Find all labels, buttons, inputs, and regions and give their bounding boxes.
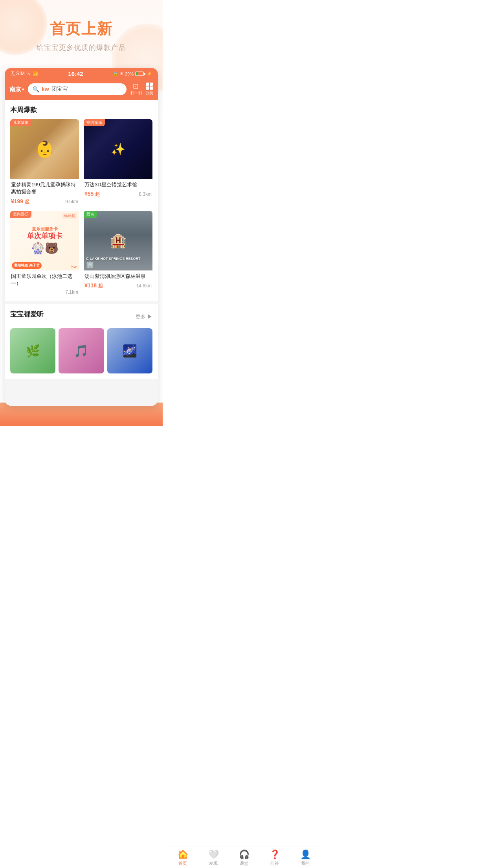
category-button[interactable]: 分类 <box>145 83 153 96</box>
product-card-hotspring[interactable]: 景点 G LAKE HOT SPRINGS RESORT 🏢 汤山紫清湖旅游区森… <box>84 211 152 296</box>
section-header-audio: 宝宝都爱听 更多 ▶ <box>10 310 152 324</box>
search-input[interactable]: 🔍 kw 团宝宝 <box>28 83 127 95</box>
baby-photo-image <box>10 119 79 179</box>
product-name-baby: 童梦精灵199元儿童孕妈咪特惠拍摄套餐 <box>11 181 78 195</box>
audio-card-1[interactable]: 🌿 <box>10 328 55 373</box>
audio-grid: 🌿 🎵 🌌 <box>10 328 152 373</box>
amusement-image: RMB起 童乐园服务卡 单次单项卡 🎡🐻 暑期特惠 亲子节 kw <box>10 211 79 270</box>
amusement-card-title: 童乐园服务卡 <box>32 226 58 232</box>
battery-fill <box>136 72 138 75</box>
kw-logo: kw <box>42 86 49 92</box>
bottom-orange-area <box>0 403 163 426</box>
product-price-hotspring: ¥118 起 <box>84 282 103 289</box>
status-time: 16:42 <box>68 70 83 77</box>
city-name: 南京 <box>9 86 21 93</box>
scan-label: 扫一扫 <box>130 90 142 96</box>
more-button[interactable]: 更多 ▶ <box>136 313 152 320</box>
search-icon: 🔍 <box>33 86 39 92</box>
audio-card-2[interactable]: 🎵 <box>59 328 104 373</box>
lock-icon: 🔒 <box>113 71 118 76</box>
weekly-hot-title: 本周爆款 <box>10 105 152 114</box>
charging-icon: ⚡ <box>147 71 152 76</box>
product-tag-space: 室内游乐 <box>84 119 105 126</box>
product-tag-amusement: 室内游乐 <box>10 211 31 218</box>
main-content: 本周爆款 儿童摄影 童梦精灵199元儿童孕妈咪特惠拍摄套餐 ¥199 起 9. <box>5 100 158 406</box>
status-left: 无 SIM 卡 📶 <box>10 70 39 77</box>
product-price-row-amusement: 7.1km <box>11 289 78 295</box>
rmb-badge: RMB起 <box>62 213 77 219</box>
status-bar: 无 SIM 卡 📶 16:42 🔒 ✳ 29% ⚡ <box>5 68 158 79</box>
product-info-amusement: 国王童乐园单次（泳池二选一） 7.1km <box>10 270 79 296</box>
product-card-amusement[interactable]: 室内游乐 RMB起 童乐园服务卡 单次单项卡 🎡🐻 暑期特惠 亲子节 kw <box>10 211 79 296</box>
product-price-baby: ¥199 起 <box>11 198 29 205</box>
grid-icon <box>146 83 153 90</box>
product-price-space: ¥55 起 <box>84 191 100 198</box>
product-info-hotspring: 汤山紫清湖旅游区森林温泉 ¥118 起 14.8km <box>84 270 152 290</box>
product-tag-hotspring: 景点 <box>84 211 97 218</box>
search-bar: 南京 ▾ 🔍 kw 团宝宝 ⊡ 扫一扫 <box>5 79 158 100</box>
product-name-amusement: 国王童乐园单次（泳池二选一） <box>11 273 78 287</box>
battery-body <box>135 72 144 76</box>
product-grid: 儿童摄影 童梦精灵199元儿童孕妈咪特惠拍摄套餐 ¥199 起 9.5km <box>10 119 152 296</box>
amusement-card-big: 单次单项卡 <box>27 232 62 241</box>
summer-badge: 暑期特惠 亲子节 <box>12 262 42 269</box>
chevron-down-icon: ▾ <box>22 87 24 92</box>
product-distance-baby: 9.5km <box>65 199 78 204</box>
product-img-hotspring: 景点 G LAKE HOT SPRINGS RESORT 🏢 <box>84 211 152 270</box>
product-img-space: 室内游乐 <box>84 119 152 179</box>
product-price-row-space: ¥55 起 8.3km <box>84 191 152 198</box>
scan-button[interactable]: ⊡ 扫一扫 <box>130 83 142 96</box>
product-name-space: 万达3D星空错觉艺术馆 <box>84 181 152 188</box>
product-distance-hotspring: 14.8km <box>136 283 152 289</box>
product-distance-space: 8.3km <box>139 191 152 197</box>
carrier-text: 无 SIM 卡 <box>10 70 31 77</box>
phone-frame: 无 SIM 卡 📶 16:42 🔒 ✳ 29% ⚡ 南京 <box>5 68 158 406</box>
bluetooth-icon: ✳ <box>120 71 123 76</box>
hotspring-image: G LAKE HOT SPRINGS RESORT 🏢 <box>84 211 152 270</box>
promo-header: 首页上新 给宝宝更多优质的爆款产品 <box>0 0 163 60</box>
status-right: 🔒 ✳ 29% ⚡ <box>113 71 152 76</box>
kw-logo-badge: kw <box>72 265 77 269</box>
product-price-row-hotspring: ¥118 起 14.8km <box>84 282 152 289</box>
baby-audio-title: 宝宝都爱听 <box>10 310 44 319</box>
promo-subtitle: 给宝宝更多优质的爆款产品 <box>8 43 155 52</box>
product-img-baby: 儿童摄影 <box>10 119 79 179</box>
product-info-baby: 童梦精灵199元儿童孕妈咪特惠拍摄套餐 ¥199 起 9.5km <box>10 179 79 206</box>
battery-icon <box>135 72 145 76</box>
battery-tip <box>144 73 145 75</box>
search-actions: ⊡ 扫一扫 分类 <box>130 83 153 96</box>
search-placeholder: 团宝宝 <box>51 86 68 93</box>
product-distance-amusement: 7.1km <box>65 289 78 295</box>
wifi-icon: 📶 <box>33 71 39 77</box>
product-card-baby[interactable]: 儿童摄影 童梦精灵199元儿童孕妈咪特惠拍摄套餐 ¥199 起 9.5km <box>10 119 79 206</box>
category-label: 分类 <box>145 90 153 96</box>
audio-card-3[interactable]: 🌌 <box>107 328 152 373</box>
amusement-overlay: RMB起 童乐园服务卡 单次单项卡 🎡🐻 暑期特惠 亲子节 kw <box>10 211 79 270</box>
product-name-hotspring: 汤山紫清湖旅游区森林温泉 <box>84 273 152 280</box>
promo-title: 首页上新 <box>8 19 155 39</box>
space-image <box>84 119 152 179</box>
baby-audio-section: 宝宝都爱听 更多 ▶ 🌿 🎵 🌌 <box>5 304 158 379</box>
product-info-space: 万达3D星空错觉艺术馆 ¥55 起 8.3km <box>84 179 152 199</box>
product-tag-baby: 儿童摄影 <box>10 119 31 126</box>
weekly-hot-section: 本周爆款 儿童摄影 童梦精灵199元儿童孕妈咪特惠拍摄套餐 ¥199 起 9. <box>5 100 158 301</box>
scan-icon: ⊡ <box>133 83 140 90</box>
product-card-space[interactable]: 室内游乐 万达3D星空错觉艺术馆 ¥55 起 8.3km <box>84 119 152 206</box>
battery-percent: 29% <box>125 72 134 76</box>
city-selector[interactable]: 南京 ▾ <box>9 86 24 93</box>
product-img-amusement: 室内游乐 RMB起 童乐园服务卡 单次单项卡 🎡🐻 暑期特惠 亲子节 kw <box>10 211 79 270</box>
product-price-row-baby: ¥199 起 9.5km <box>11 198 78 205</box>
